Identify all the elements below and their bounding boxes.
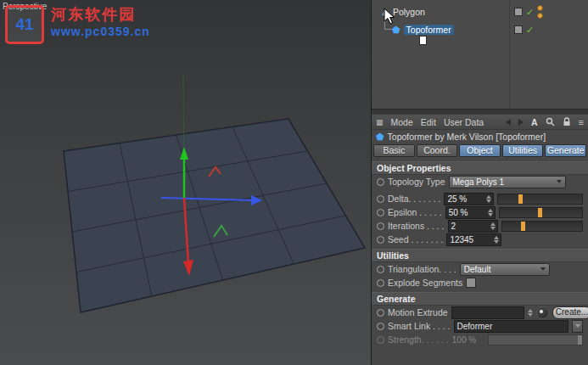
row-delta: Delta. . . . . . . 25 % (372, 192, 588, 205)
chevron-down-icon (575, 324, 580, 328)
keyframe-circle-icon (377, 336, 384, 344)
stepper-arrows-icon[interactable] (488, 209, 493, 216)
row-iterations: Iterations . . . . 2 (372, 219, 588, 233)
layer-square-icon[interactable] (514, 25, 523, 34)
object-title: Topoformer by Merk Vilson [Topoformer] (388, 132, 546, 142)
keyframe-circle-icon[interactable] (377, 323, 384, 330)
keyframe-circle-icon[interactable] (377, 236, 384, 244)
motion-extrude-label: Motion Extrude (388, 307, 448, 317)
tab-object[interactable]: Object (459, 144, 501, 157)
watermark-logo: 41 (5, 5, 44, 44)
iterations-value: 2 (451, 222, 456, 231)
epsilon-stepper[interactable]: 50 % (445, 206, 496, 219)
create-button[interactable]: Create... (552, 306, 588, 319)
link-popup-button[interactable] (572, 320, 583, 333)
keyframe-circle-icon[interactable] (377, 279, 384, 287)
strength-value: 100 % (452, 335, 484, 345)
delta-slider[interactable] (497, 194, 583, 205)
enable-check-icon[interactable]: ✓ (526, 25, 534, 34)
watermark-site-url: www.pc0359.cn (51, 24, 150, 39)
menu-edit[interactable]: Edit (421, 117, 436, 127)
triangulation-dropdown[interactable]: Default (460, 263, 550, 276)
stepper-arrows-icon[interactable] (494, 236, 499, 244)
chevron-down-icon (557, 180, 562, 183)
keyframe-circle-icon[interactable] (377, 222, 384, 230)
keyframe-circle-icon[interactable] (377, 178, 384, 186)
iterations-slider[interactable] (501, 221, 583, 232)
render-visibility-dot[interactable] (537, 13, 543, 19)
menu-user-data[interactable]: User Data (444, 117, 484, 127)
object-row-topoformer[interactable]: ⬟ Topoformer (392, 23, 454, 36)
epsilon-slider[interactable] (499, 207, 583, 218)
object-manager-panel[interactable]: ▲ Polygon ✓ ⬟ Topoformer ✓ (372, 0, 588, 109)
attribute-manager-panel: ▦ Mode Edit User Data A ≡ ⬟ Topoformer b… (372, 115, 588, 365)
keyframe-circle-icon[interactable] (377, 309, 384, 317)
chevron-down-icon (540, 267, 546, 271)
keyframe-circle-icon[interactable] (377, 195, 384, 203)
object-label-selected[interactable]: Topoformer (404, 25, 454, 35)
smart-link-field[interactable]: Deformer (454, 320, 568, 333)
topology-type-dropdown[interactable]: Mega Polys 1 (449, 176, 566, 188)
section-generate[interactable]: Generate (372, 292, 588, 306)
section-object-properties[interactable]: Object Properties (372, 161, 588, 175)
menu-mode[interactable]: Mode (391, 117, 413, 127)
layer-square-icon[interactable] (514, 8, 523, 16)
editor-visibility-dot[interactable] (537, 5, 543, 11)
epsilon-value: 50 % (449, 208, 468, 217)
topology-type-value: Mega Polys 1 (453, 177, 505, 187)
record-circle-icon[interactable] (536, 306, 549, 319)
tab-coord[interactable]: Coord. (417, 144, 458, 157)
triangulation-label: Triangulation. . . . (388, 264, 456, 274)
topoformer-object-icon: ⬟ (392, 25, 400, 35)
object-row-topoformer-toggles[interactable]: ✓ (514, 23, 534, 36)
motion-extrude-field[interactable] (451, 306, 524, 319)
search-icon[interactable] (546, 117, 555, 126)
viewport-canvas[interactable] (0, 0, 371, 365)
viewport-panel[interactable]: Perspective (0, 0, 372, 365)
watermark: 41 河东软件园 www.pc0359.cn (5, 5, 150, 44)
object-manager-column-divider (509, 0, 510, 109)
slider-handle[interactable] (521, 222, 525, 231)
row-smart-link: Smart Link . . . . Deformer (372, 319, 588, 333)
stepper-arrows-icon[interactable] (528, 309, 533, 317)
delta-stepper[interactable]: 25 % (444, 193, 494, 205)
enable-check-icon[interactable]: ✓ (526, 8, 534, 16)
tab-utilities[interactable]: Utilities (502, 144, 544, 157)
row-topology-type: Topology Type Mega Polys 1 (372, 175, 588, 188)
keyframe-circle-icon[interactable] (377, 209, 384, 216)
attribute-tabs: Basic Coord. Object Utilities Generate (372, 143, 588, 159)
iterations-label: Iterations . . . . (388, 221, 445, 231)
visibility-dots[interactable] (537, 5, 543, 19)
keyframe-circle-icon[interactable] (377, 266, 384, 273)
polygon-plane[interactable] (64, 119, 365, 312)
explode-segments-checkbox[interactable] (466, 278, 476, 288)
delta-value: 25 % (447, 194, 467, 204)
panel-menu-icon[interactable]: ≡ (579, 117, 584, 127)
slider-handle[interactable] (518, 194, 523, 204)
object-row-polygon-toggles[interactable]: ✓ (514, 5, 543, 19)
attribute-title-row: ⬟ Topoformer by Merk Vilson [Topoformer] (372, 130, 588, 143)
tab-generate[interactable]: Generate (545, 144, 586, 157)
row-strength: Strength. . . . . . 100 % (372, 333, 588, 346)
row-motion-extrude: Motion Extrude Create... (372, 306, 588, 319)
panel-grid-icon[interactable]: ▦ (376, 118, 384, 126)
delta-label: Delta. . . . . . . (388, 194, 440, 204)
iterations-stepper[interactable]: 2 (448, 220, 498, 233)
explode-segments-label: Explode Segments (388, 278, 462, 288)
slider-handle (578, 335, 582, 345)
stepper-arrows-icon[interactable] (486, 195, 491, 203)
text-size-button[interactable]: A (531, 117, 538, 127)
strength-label: Strength. . . . . . (388, 334, 449, 345)
history-back-icon[interactable] (506, 119, 511, 126)
history-forward-icon[interactable] (518, 119, 524, 126)
mouse-cursor (384, 8, 395, 25)
object-label[interactable]: Polygon (393, 7, 425, 17)
section-utilities[interactable]: Utilities (372, 249, 588, 262)
seed-stepper[interactable]: 12345 (446, 233, 501, 246)
lock-icon[interactable] (563, 117, 571, 126)
topoformer-title-icon: ⬟ (376, 132, 384, 142)
seed-label: Seed . . . . . . . (388, 234, 443, 244)
slider-handle[interactable] (538, 208, 542, 217)
tab-basic[interactable]: Basic (373, 144, 415, 157)
stepper-arrows-icon[interactable] (490, 222, 496, 230)
